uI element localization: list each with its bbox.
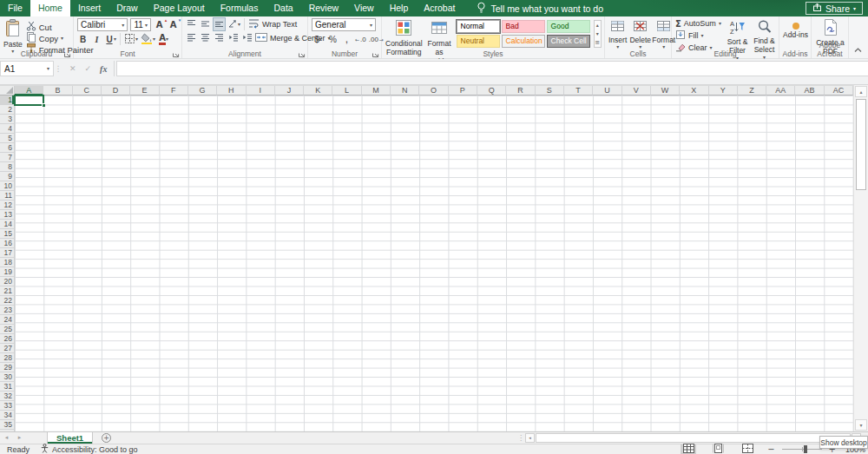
row-header-4[interactable]: 4 — [0, 124, 14, 134]
collapse-ribbon-button[interactable] — [854, 44, 862, 55]
ribbon-tab-data[interactable]: Data — [266, 0, 300, 16]
vertical-scrollbar[interactable]: ▴ ▾ — [853, 85, 868, 431]
row-header-7[interactable]: 7 — [0, 153, 14, 162]
row-header-3[interactable]: 3 — [0, 115, 14, 124]
font-color-button[interactable]: A ▾ — [158, 33, 169, 45]
italic-button[interactable]: I — [91, 33, 102, 45]
page-layout-view-button[interactable] — [710, 444, 726, 454]
row-header-8[interactable]: 8 — [0, 162, 14, 172]
zoom-slider-thumb[interactable] — [804, 445, 807, 453]
format-cells-button[interactable]: Format ▾ — [654, 18, 674, 49]
cell-style-good[interactable]: Good — [547, 20, 590, 33]
top-align-button[interactable] — [186, 18, 197, 30]
column-header-B[interactable]: B — [43, 86, 72, 95]
gallery-scroll-down-icon[interactable]: ▾ — [596, 30, 599, 36]
row-header-6[interactable]: 6 — [0, 143, 14, 153]
column-header-Q[interactable]: Q — [477, 86, 506, 95]
bottom-align-button[interactable] — [214, 18, 225, 30]
row-header-32[interactable]: 32 — [0, 391, 14, 401]
horizontal-scrollbar-thumb[interactable] — [536, 433, 851, 443]
next-sheet-button[interactable]: ▸ — [13, 432, 26, 444]
fill-button[interactable]: Fill ▾ — [675, 30, 722, 41]
column-header-F[interactable]: F — [160, 86, 188, 95]
column-header-Y[interactable]: Y — [709, 86, 738, 95]
ribbon-tab-insert[interactable]: Insert — [70, 0, 108, 16]
row-header-19[interactable]: 19 — [0, 267, 14, 277]
column-header-X[interactable]: X — [680, 86, 708, 95]
row-header-24[interactable]: 24 — [0, 315, 14, 325]
row-header-15[interactable]: 15 — [0, 229, 14, 239]
formula-input[interactable] — [116, 61, 868, 76]
cancel-button[interactable]: ✕ — [69, 64, 76, 73]
row-header-18[interactable]: 18 — [0, 258, 14, 267]
comma-style-button[interactable]: , — [341, 33, 352, 45]
horizontal-scrollbar[interactable]: ⋮ ◂ ▸ — [517, 432, 861, 443]
ribbon-tab-file[interactable]: File — [0, 0, 30, 16]
font-family-select[interactable]: Calibri ▾ — [77, 18, 128, 31]
middle-align-button[interactable] — [200, 18, 211, 30]
ribbon-tab-help[interactable]: Help — [382, 0, 417, 16]
fill-color-button[interactable]: ▾ — [141, 33, 155, 45]
column-header-P[interactable]: P — [449, 86, 477, 95]
ribbon-tab-draw[interactable]: Draw — [108, 0, 146, 16]
borders-button[interactable]: ▾ — [124, 33, 138, 45]
scroll-left-button[interactable]: ◂ — [525, 433, 535, 443]
tell-me-box[interactable]: Tell me what you want to do — [477, 0, 603, 16]
ribbon-tab-home[interactable]: Home — [30, 0, 70, 16]
zoom-slider[interactable] — [782, 449, 822, 450]
column-header-Z[interactable]: Z — [738, 86, 766, 95]
ribbon-tab-review[interactable]: Review — [301, 0, 346, 16]
align-center-button[interactable] — [200, 32, 211, 44]
row-header-33[interactable]: 33 — [0, 401, 14, 411]
column-header-W[interactable]: W — [651, 86, 680, 95]
column-header-T[interactable]: T — [564, 86, 593, 95]
select-all-button[interactable] — [0, 86, 15, 95]
row-header-16[interactable]: 16 — [0, 239, 14, 248]
insert-cells-button[interactable]: Insert ▾ — [608, 18, 627, 49]
ribbon-tab-view[interactable]: View — [346, 0, 382, 16]
orientation-button[interactable]: ▾ — [227, 18, 240, 30]
row-header-21[interactable]: 21 — [0, 286, 14, 296]
column-header-O[interactable]: O — [419, 86, 448, 95]
ribbon-tab-formulas[interactable]: Formulas — [213, 0, 266, 16]
fill-handle[interactable] — [42, 103, 45, 107]
decrease-indent-button[interactable] — [227, 32, 239, 44]
number-dialog-launcher[interactable] — [372, 49, 379, 57]
underline-button[interactable]: U▾ — [105, 33, 116, 45]
number-format-select[interactable]: General ▾ — [312, 18, 376, 31]
row-header-35[interactable]: 35 — [0, 420, 14, 430]
normal-view-button[interactable] — [681, 444, 696, 454]
name-box[interactable]: A1 ▾ — [0, 61, 54, 76]
row-header-2[interactable]: 2 — [0, 105, 14, 115]
align-left-button[interactable] — [186, 32, 197, 44]
column-header-AB[interactable]: AB — [795, 86, 824, 95]
addins-button[interactable]: Add-ins — [783, 18, 808, 39]
row-header-14[interactable]: 14 — [0, 220, 14, 229]
accounting-format-button[interactable]: $ ▾ — [312, 33, 325, 45]
accessibility-status[interactable]: Accessibility: Good to go — [40, 444, 138, 454]
autosum-button[interactable]: Σ AutoSum ▾ — [675, 18, 722, 29]
percent-style-button[interactable]: % — [327, 33, 339, 45]
increase-indent-button[interactable] — [241, 32, 253, 44]
scroll-up-button[interactable]: ▴ — [855, 86, 867, 97]
row-header-28[interactable]: 28 — [0, 353, 14, 363]
zoom-out-button[interactable]: − — [767, 445, 774, 454]
name-box-splitter[interactable]: ⋮ — [54, 61, 62, 76]
row-header-5[interactable]: 5 — [0, 134, 14, 143]
column-header-H[interactable]: H — [217, 86, 246, 95]
column-header-J[interactable]: J — [275, 86, 304, 95]
row-header-30[interactable]: 30 — [0, 372, 14, 382]
decrease-font-size-button[interactable]: A▾ — [168, 19, 179, 31]
column-header-AA[interactable]: AA — [766, 86, 795, 95]
column-header-V[interactable]: V — [622, 86, 651, 95]
scroll-down-button[interactable]: ▾ — [855, 419, 867, 431]
cell-style-check-cell[interactable]: Check Cell — [547, 35, 590, 48]
row-header-11[interactable]: 11 — [0, 191, 14, 201]
align-right-button[interactable] — [214, 32, 225, 44]
clipboard-dialog-launcher[interactable] — [63, 49, 71, 57]
row-header-22[interactable]: 22 — [0, 296, 14, 306]
delete-cells-button[interactable]: Delete ▾ — [630, 18, 650, 49]
column-header-G[interactable]: G — [188, 86, 217, 95]
cell-style-calculation[interactable]: Calculation — [502, 35, 545, 48]
sheet-tab-sheet1[interactable]: Sheet1 — [47, 432, 93, 444]
